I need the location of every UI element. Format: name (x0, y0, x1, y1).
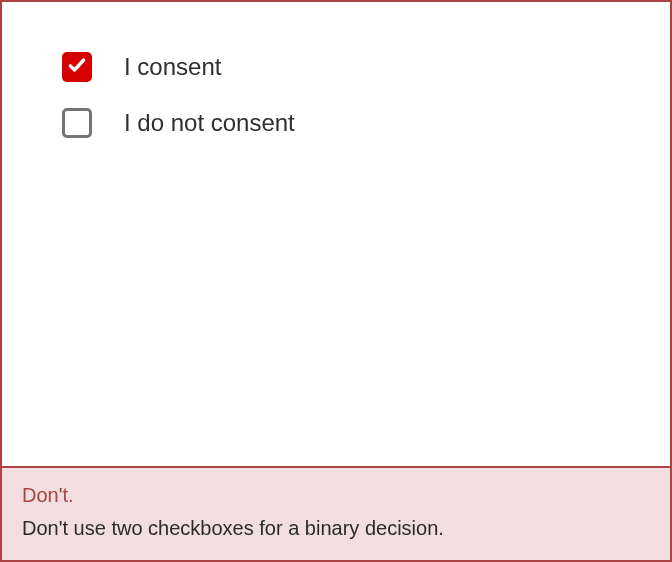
checkmark-icon (67, 55, 87, 79)
checkbox-row-not-consent: I do not consent (62, 108, 610, 138)
checkbox-not-consent[interactable] (62, 108, 92, 138)
example-area: I consent I do not consent (2, 2, 670, 466)
caption-text: Don't use two checkboxes for a binary de… (22, 517, 650, 540)
checkbox-label-not-consent: I do not consent (124, 109, 295, 137)
caption-heading: Don't. (22, 484, 650, 507)
checkbox-row-consent: I consent (62, 52, 610, 82)
caption-area: Don't. Don't use two checkboxes for a bi… (2, 466, 670, 560)
checkbox-consent[interactable] (62, 52, 92, 82)
example-card: I consent I do not consent Don't. Don't … (0, 0, 672, 562)
checkbox-label-consent: I consent (124, 53, 221, 81)
